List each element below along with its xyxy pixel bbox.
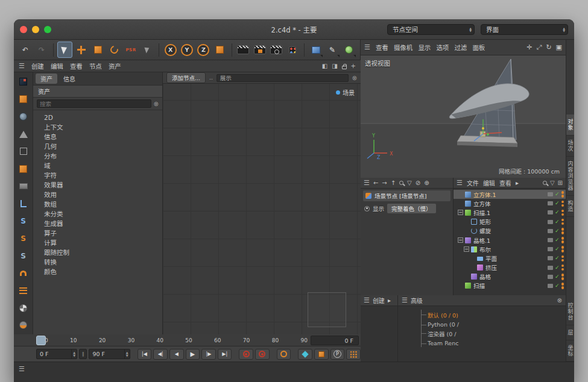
layer-chip[interactable] — [548, 266, 553, 270]
close-panel-icon[interactable]: ⊗ — [557, 297, 562, 304]
enable-check-icon[interactable]: ✓ — [555, 228, 560, 234]
display-mode-row[interactable]: 显示 完整着色（慢） — [363, 201, 450, 216]
render-view-button[interactable] — [235, 42, 250, 58]
node-graph-canvas[interactable]: 添加节点... .. ⊗ 场景 — [163, 72, 361, 334]
tree-item[interactable]: 渲染器 (0 / — [422, 328, 566, 339]
undo-button[interactable]: ↶ — [17, 42, 33, 58]
category-item[interactable]: 计算 — [33, 238, 162, 248]
maximize-window-button[interactable] — [44, 26, 51, 33]
object-row[interactable]: 扫描.1 ✓ — [454, 208, 566, 217]
tab-console[interactable]: 控制台 — [566, 298, 575, 325]
tab-content-browser[interactable]: 内容浏览器 — [566, 157, 575, 196]
lock-icon[interactable] — [342, 66, 347, 69]
more-button[interactable]: .. — [209, 75, 213, 81]
live-selection-tool[interactable] — [57, 42, 73, 58]
more-icon[interactable]: ▸ — [388, 297, 391, 304]
menu-node[interactable]: 节点 — [89, 61, 102, 70]
scene-node-row[interactable]: 场景节点 [场景节点] — [363, 190, 450, 201]
nodes-panel-menu-icon[interactable]: ☰ — [364, 179, 370, 187]
add-primitive-button[interactable] — [308, 42, 323, 58]
category-item[interactable]: 转换 — [33, 257, 162, 267]
layer-chip[interactable] — [548, 256, 553, 260]
layer-chip[interactable] — [548, 192, 553, 196]
layer-chip[interactable] — [548, 275, 553, 279]
tree-item[interactable]: Python (0 / — [422, 320, 566, 328]
scene-node-badge[interactable]: 场景 — [336, 88, 355, 97]
spline-s3-button[interactable]: S — [15, 248, 32, 265]
menu-asset[interactable]: 资产 — [109, 61, 121, 70]
enable-check-icon[interactable]: ✓ — [555, 192, 560, 197]
viewport-menu-camera[interactable]: 摄像机 — [394, 43, 413, 52]
layout-right-icon[interactable]: ◨ — [332, 63, 337, 69]
object-row[interactable]: 晶格.1 ✓ — [454, 236, 566, 245]
category-item[interactable]: 上下文 — [33, 122, 162, 132]
node-editor-app-button[interactable] — [15, 74, 32, 90]
tab-takes[interactable]: 场次 — [566, 136, 575, 157]
cone-asset-button[interactable] — [15, 126, 32, 143]
simulation-button[interactable] — [341, 42, 356, 58]
om-menu-file[interactable]: 文件 — [467, 178, 479, 187]
more-menus-icon[interactable]: ▸ — [516, 180, 519, 186]
tab-layers[interactable]: 层 — [566, 325, 575, 340]
tab-advanced[interactable]: 高级 — [411, 296, 423, 305]
object-row[interactable]: 平面 ✓ — [454, 254, 566, 263]
goto-start-button[interactable]: |◀ — [138, 349, 152, 360]
tab-coordinates[interactable]: 坐标 — [566, 340, 575, 362]
visibility-dots[interactable] — [561, 283, 564, 289]
filter-icon[interactable]: ▽ — [550, 180, 555, 186]
menu-create[interactable]: 创建 — [31, 61, 44, 70]
z-axis-lock-button[interactable]: Z — [196, 42, 211, 58]
record-keyframe-button[interactable] — [239, 349, 253, 360]
orange-cube-asset-button[interactable] — [15, 160, 32, 177]
display-mode-select[interactable]: 完整着色（慢） — [387, 204, 436, 213]
status-menu-icon[interactable]: ☰ — [19, 365, 25, 373]
render-settings-button[interactable] — [268, 42, 283, 58]
rotate-tool[interactable] — [107, 42, 122, 58]
tab-structure[interactable]: 构造 — [566, 196, 575, 217]
enable-check-icon[interactable]: ✓ — [555, 210, 560, 215]
collapse-icon[interactable] — [458, 237, 463, 243]
category-item[interactable]: 数组 — [33, 199, 162, 209]
redo-button[interactable]: ↷ — [34, 42, 49, 58]
object-row[interactable]: 布尔 ✓ — [454, 245, 566, 254]
tree-item[interactable]: Team Renc — [422, 339, 566, 347]
search-icon[interactable] — [543, 181, 547, 185]
keyframe-parameter-button[interactable]: P — [330, 349, 345, 360]
rotate-view-icon[interactable]: ↻ — [546, 43, 551, 51]
object-row[interactable]: 立方体 ✓ — [454, 199, 566, 208]
node-group-frame[interactable] — [308, 292, 346, 327]
play-button[interactable]: ▶ — [186, 349, 200, 360]
record-objects-button[interactable] — [255, 349, 270, 360]
dopesheet-button[interactable] — [346, 349, 361, 360]
viewport-menu-options[interactable]: 选项 — [436, 43, 449, 52]
object-row[interactable]: 立方体.1 ✓ — [454, 190, 566, 199]
coordinate-system-button[interactable] — [212, 42, 227, 58]
asset-search-input[interactable] — [37, 99, 151, 108]
clear-search-icon[interactable]: ⊗ — [154, 101, 159, 107]
enable-check-icon[interactable]: ✓ — [555, 274, 560, 280]
layer-chip[interactable] — [548, 284, 553, 288]
enable-check-icon[interactable]: ✓ — [555, 237, 560, 243]
collapse-icon[interactable] — [458, 210, 463, 215]
timeline-ruler[interactable]: 0 10 20 30 40 50 60 70 80 90 0 F — [14, 334, 361, 346]
enable-check-icon[interactable]: ✓ — [555, 219, 560, 225]
visibility-dots[interactable] — [561, 228, 564, 234]
bend-deformer-button[interactable] — [15, 265, 32, 281]
zoom-view-icon[interactable]: ⤢ — [537, 43, 542, 51]
category-item[interactable]: 未分类 — [33, 209, 162, 219]
start-frame-spinner[interactable]: 0 F▲▼ — [36, 349, 77, 359]
render-queue-button[interactable] — [285, 42, 300, 58]
checker-material-button[interactable] — [15, 299, 32, 316]
viewport-menu-icon[interactable]: ☰ — [364, 43, 370, 51]
layer-chip[interactable] — [548, 238, 553, 242]
search-icon[interactable] — [399, 181, 403, 185]
layer-chip[interactable] — [548, 210, 553, 214]
cube-asset-button[interactable] — [15, 91, 32, 108]
plane-asset-button[interactable] — [15, 178, 32, 195]
block-icon[interactable]: ⊘ — [416, 180, 420, 186]
next-key-button[interactable]: |▶ — [201, 349, 216, 360]
spline-pen-button[interactable]: ✎ — [324, 42, 340, 58]
create-panel-menu-icon[interactable]: ☰ — [364, 296, 370, 304]
category-item[interactable]: 字符 — [33, 171, 162, 180]
object-row[interactable]: 螺旋 ✓ — [454, 227, 566, 236]
